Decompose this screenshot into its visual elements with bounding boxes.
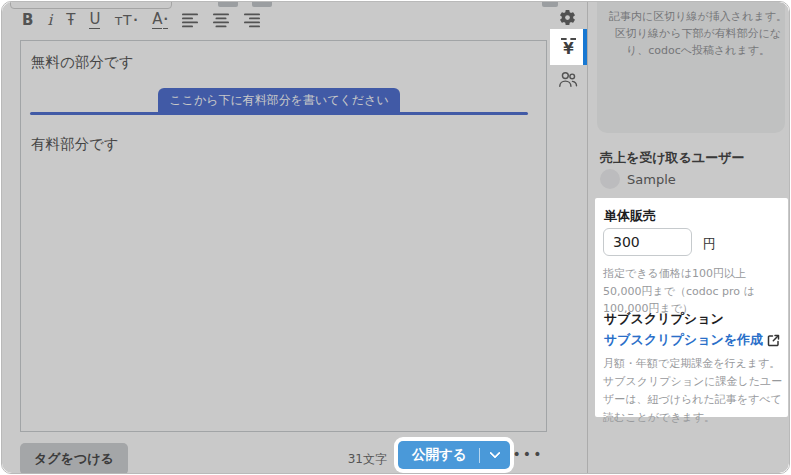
single-sale-heading: 単体販売 [604, 207, 656, 225]
currency-label: 円 [703, 235, 716, 253]
paid-settings-tab[interactable]: ¥ [550, 29, 587, 65]
publish-button-spotlight: 公開する [394, 437, 514, 473]
yen-icon: ¥ [563, 41, 573, 57]
chevron-down-icon [489, 447, 500, 458]
external-link-icon [767, 334, 780, 347]
publish-button[interactable]: 公開する [398, 441, 510, 469]
create-subscription-link[interactable]: サブスクリプションを作成 [604, 331, 780, 349]
subscription-note: 月額・年額で定期課金を行えます。サブスクリプションに課金したユーザーは、紐づけら… [603, 355, 784, 428]
subscription-heading: サブスクリプション [604, 310, 724, 328]
publish-options-button[interactable] [480, 453, 510, 457]
publish-label: 公開する [398, 446, 479, 464]
active-tab-indicator [583, 29, 587, 65]
price-input[interactable] [603, 228, 692, 256]
sales-settings-spotlight: 単体販売 円 指定できる価格は100円以上50,000円まで（codoc pro… [595, 198, 788, 417]
editor-window: B i Ŧ U тT· A· 無料の部分です ここから下に有料部分を書いてくださ… [1, 1, 790, 474]
